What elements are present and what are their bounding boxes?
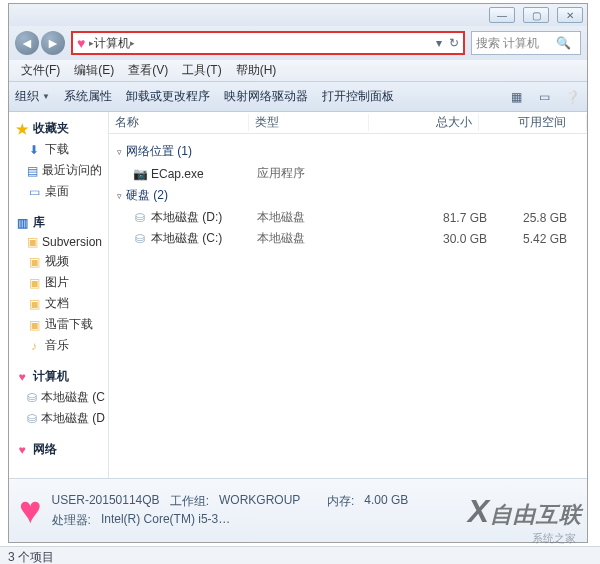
desktop-icon: ▭ bbox=[27, 185, 41, 199]
sidebar-item-drive-d[interactable]: ⛁本地磁盘 (D bbox=[9, 408, 108, 429]
document-icon: ▣ bbox=[27, 297, 41, 311]
chevron-icon: ▸ bbox=[130, 38, 135, 48]
menu-bar: 文件(F) 编辑(E) 查看(V) 工具(T) 帮助(H) bbox=[9, 60, 587, 82]
workgroup-label: 工作组: bbox=[170, 493, 209, 510]
forward-button[interactable]: ► bbox=[41, 31, 65, 55]
col-type[interactable]: 类型 bbox=[249, 114, 369, 131]
folder-icon: ▣ bbox=[27, 235, 38, 249]
sidebar-item-music[interactable]: ♪音乐 bbox=[9, 335, 108, 356]
tb-organize[interactable]: 组织 ▼ bbox=[15, 88, 50, 105]
address-bar[interactable]: ♥ ▸ 计算机 ▸ ▾ ↻ bbox=[71, 31, 465, 55]
view-icon[interactable]: ▦ bbox=[507, 88, 525, 106]
col-name[interactable]: 名称 bbox=[109, 114, 249, 131]
sidebar-computer[interactable]: ♥计算机 bbox=[9, 366, 108, 387]
sidebar-network[interactable]: ♥网络 bbox=[9, 439, 108, 460]
back-button[interactable]: ◄ bbox=[15, 31, 39, 55]
help-icon[interactable]: ❔ bbox=[563, 88, 581, 106]
library-icon: ▥ bbox=[15, 216, 29, 230]
sidebar-item-drive-c[interactable]: ⛁本地磁盘 (C bbox=[9, 387, 108, 408]
list-item[interactable]: ⛁本地磁盘 (C:) 本地磁盘 30.0 GB 5.42 GB bbox=[109, 228, 587, 249]
memory-value: 4.00 GB bbox=[364, 493, 408, 510]
file-list: ▿网络位置 (1) 📷ECap.exe 应用程序 ▿硬盘 (2) ⛁本地磁盘 (… bbox=[109, 134, 587, 478]
item-total: 81.7 GB bbox=[377, 211, 487, 225]
star-icon: ★ bbox=[15, 122, 29, 136]
sidebar-item-downloads[interactable]: ⬇下载 bbox=[9, 139, 108, 160]
main-pane: 名称 类型 总大小 可用空间 ▿网络位置 (1) 📷ECap.exe 应用程序 … bbox=[109, 112, 587, 478]
tb-sysprops[interactable]: 系统属性 bbox=[64, 88, 112, 105]
triangle-icon: ▿ bbox=[117, 147, 122, 157]
nav-buttons: ◄ ► bbox=[15, 31, 65, 55]
menu-edit[interactable]: 编辑(E) bbox=[68, 60, 120, 81]
sidebar-item-recent[interactable]: ▤最近访问的 bbox=[9, 160, 108, 181]
col-total[interactable]: 总大小 bbox=[369, 114, 479, 131]
toolbar: 组织 ▼ 系统属性 卸载或更改程序 映射网络驱动器 打开控制面板 ▦ ▭ ❔ bbox=[9, 82, 587, 112]
close-button[interactable]: ✕ bbox=[557, 7, 583, 23]
body: ★收藏夹 ⬇下载 ▤最近访问的 ▭桌面 ▥库 ▣Subversion ▣视频 ▣… bbox=[9, 112, 587, 478]
minimize-button[interactable]: — bbox=[489, 7, 515, 23]
sidebar-item-desktop[interactable]: ▭桌面 bbox=[9, 181, 108, 202]
cpu-value: Intel(R) Core(TM) i5-3… bbox=[101, 512, 230, 529]
item-free: 5.42 GB bbox=[487, 232, 587, 246]
search-placeholder: 搜索 计算机 bbox=[476, 35, 539, 52]
titlebar: — ▢ ✕ bbox=[9, 4, 587, 26]
sidebar-item-thunder[interactable]: ▣迅雷下载 bbox=[9, 314, 108, 335]
col-free[interactable]: 可用空间 bbox=[479, 114, 587, 131]
group-hard-disk[interactable]: ▿硬盘 (2) bbox=[109, 184, 587, 207]
item-name: ECap.exe bbox=[151, 167, 204, 181]
computer-name: USER-20150114QB bbox=[52, 493, 160, 510]
details-pane: ♥ USER-20150114QB 工作组: WORKGROUP 内存: 4.0… bbox=[9, 478, 587, 542]
memory-label: 内存: bbox=[327, 493, 354, 510]
sidebar-favorites[interactable]: ★收藏夹 bbox=[9, 118, 108, 139]
drive-icon: ⛁ bbox=[27, 412, 37, 426]
item-type: 本地磁盘 bbox=[257, 230, 377, 247]
sidebar: ★收藏夹 ⬇下载 ▤最近访问的 ▭桌面 ▥库 ▣Subversion ▣视频 ▣… bbox=[9, 112, 109, 478]
sidebar-item-pictures[interactable]: ▣图片 bbox=[9, 272, 108, 293]
drive-icon: ⛁ bbox=[133, 232, 147, 246]
item-name: 本地磁盘 (D:) bbox=[151, 209, 222, 226]
picture-icon: ▣ bbox=[27, 276, 41, 290]
folder-icon: ▣ bbox=[27, 318, 41, 332]
menu-tools[interactable]: 工具(T) bbox=[176, 60, 227, 81]
camera-icon: 📷 bbox=[133, 167, 147, 181]
video-icon: ▣ bbox=[27, 255, 41, 269]
download-icon: ⬇ bbox=[27, 143, 41, 157]
item-type: 本地磁盘 bbox=[257, 209, 377, 226]
heart-icon: ♥ bbox=[77, 35, 85, 51]
tb-uninstall[interactable]: 卸载或更改程序 bbox=[126, 88, 210, 105]
tb-controlpanel[interactable]: 打开控制面板 bbox=[322, 88, 394, 105]
item-total: 30.0 GB bbox=[377, 232, 487, 246]
cpu-label: 处理器: bbox=[52, 512, 91, 529]
sidebar-libraries[interactable]: ▥库 bbox=[9, 212, 108, 233]
item-name: 本地磁盘 (C:) bbox=[151, 230, 222, 247]
sidebar-item-video[interactable]: ▣视频 bbox=[9, 251, 108, 272]
sidebar-item-subversion[interactable]: ▣Subversion bbox=[9, 233, 108, 251]
heart-icon: ♥ bbox=[19, 489, 42, 532]
sidebar-item-documents[interactable]: ▣文档 bbox=[9, 293, 108, 314]
list-item[interactable]: 📷ECap.exe 应用程序 bbox=[109, 163, 587, 184]
menu-file[interactable]: 文件(F) bbox=[15, 60, 66, 81]
preview-icon[interactable]: ▭ bbox=[535, 88, 553, 106]
list-item[interactable]: ⛁本地磁盘 (D:) 本地磁盘 81.7 GB 25.8 GB bbox=[109, 207, 587, 228]
toolbar-right: ▦ ▭ ❔ bbox=[507, 88, 581, 106]
explorer-window: — ▢ ✕ ◄ ► ♥ ▸ 计算机 ▸ ▾ ↻ 搜索 计算机 🔍 文件(F) 编… bbox=[8, 3, 588, 543]
drive-icon: ⛁ bbox=[133, 211, 147, 225]
workgroup-value: WORKGROUP bbox=[219, 493, 300, 510]
heart-icon: ♥ bbox=[15, 443, 29, 457]
address-row: ◄ ► ♥ ▸ 计算机 ▸ ▾ ↻ 搜索 计算机 🔍 bbox=[9, 26, 587, 60]
recent-icon: ▤ bbox=[27, 164, 38, 178]
item-type: 应用程序 bbox=[257, 165, 377, 182]
group-network-location[interactable]: ▿网络位置 (1) bbox=[109, 140, 587, 163]
maximize-button[interactable]: ▢ bbox=[523, 7, 549, 23]
drive-icon: ⛁ bbox=[27, 391, 37, 405]
heart-icon: ♥ bbox=[15, 370, 29, 384]
menu-view[interactable]: 查看(V) bbox=[122, 60, 174, 81]
triangle-icon: ▿ bbox=[117, 191, 122, 201]
column-headers: 名称 类型 总大小 可用空间 bbox=[109, 112, 587, 134]
search-icon[interactable]: 🔍 bbox=[556, 36, 571, 50]
item-free: 25.8 GB bbox=[487, 211, 587, 225]
menu-help[interactable]: 帮助(H) bbox=[230, 60, 283, 81]
tb-mapdrive[interactable]: 映射网络驱动器 bbox=[224, 88, 308, 105]
status-bar: 3 个项目 bbox=[0, 546, 600, 564]
refresh-icon[interactable]: ▾ ↻ bbox=[436, 36, 459, 50]
breadcrumb[interactable]: 计算机 bbox=[94, 35, 130, 52]
